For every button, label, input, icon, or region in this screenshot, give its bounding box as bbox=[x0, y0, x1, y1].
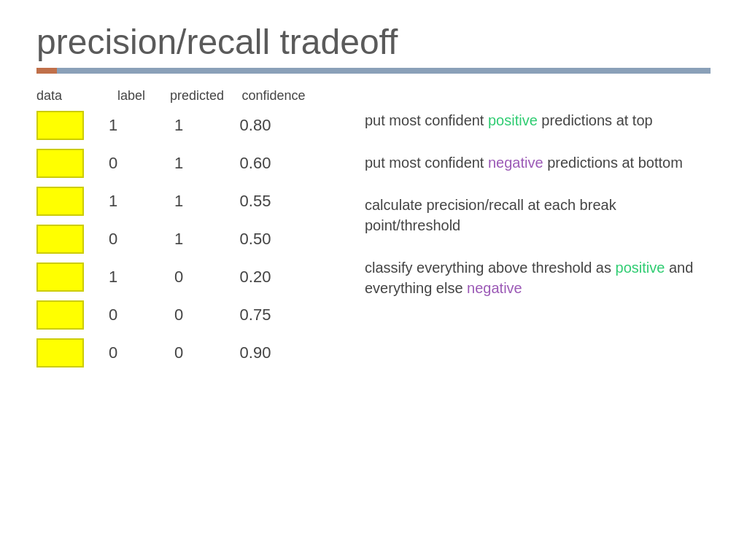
normal-text: predictions at top bbox=[538, 112, 653, 128]
normal-text: calculate precision/recall at each break… bbox=[365, 197, 616, 233]
cell-confidence: 0.20 bbox=[215, 268, 295, 287]
annotation-3: calculate precision/recall at each break… bbox=[365, 195, 711, 236]
table-row: 0 0 0.90 bbox=[36, 338, 343, 368]
table-row: 1 1 0.55 bbox=[36, 187, 343, 216]
cell-predicted: 0 bbox=[142, 306, 215, 324]
slide-title: precision/recall tradeoff bbox=[36, 22, 711, 68]
spacer bbox=[365, 249, 711, 257]
negative-text: negative bbox=[488, 155, 543, 171]
header-bar bbox=[36, 68, 711, 74]
cell-predicted: 1 bbox=[142, 154, 215, 173]
col-header-predicted: predicted bbox=[160, 88, 233, 104]
cell-predicted: 1 bbox=[142, 192, 215, 211]
cell-label: 0 bbox=[84, 343, 142, 362]
negative-text: negative bbox=[467, 280, 522, 296]
cell-confidence: 0.55 bbox=[215, 192, 295, 211]
cell-label: 0 bbox=[84, 230, 142, 249]
normal-text: put most confident bbox=[365, 112, 488, 128]
table-row: 0 1 0.60 bbox=[36, 149, 343, 178]
cell-confidence: 0.80 bbox=[215, 116, 295, 135]
table-row: 1 0 0.20 bbox=[36, 262, 343, 292]
column-headers: data label predicted confidence bbox=[36, 88, 343, 104]
annotation-1: put most confident positive predictions … bbox=[365, 110, 711, 131]
data-box bbox=[36, 111, 84, 140]
content-area: data label predicted confidence 1 1 0.80… bbox=[36, 88, 711, 376]
cell-predicted: 0 bbox=[142, 343, 215, 362]
cell-label: 1 bbox=[84, 268, 142, 287]
cell-confidence: 0.75 bbox=[215, 306, 295, 324]
spacer bbox=[365, 144, 711, 152]
normal-text: put most confident bbox=[365, 155, 488, 171]
positive-text: positive bbox=[616, 260, 665, 276]
col-header-label: label bbox=[102, 88, 160, 104]
cell-confidence: 0.60 bbox=[215, 154, 295, 173]
bar-blue bbox=[57, 68, 711, 74]
annotation-2: put most confident negative predictions … bbox=[365, 152, 711, 173]
right-section: put most confident positive predictions … bbox=[343, 88, 711, 376]
table-row: 0 1 0.50 bbox=[36, 225, 343, 254]
data-box bbox=[36, 300, 84, 330]
data-box bbox=[36, 149, 84, 178]
table-section: data label predicted confidence 1 1 0.80… bbox=[36, 88, 343, 376]
slide: precision/recall tradeoff data label pre… bbox=[0, 0, 747, 560]
col-header-data: data bbox=[36, 88, 102, 104]
table-rows: 1 1 0.80 0 1 0.60 1 1 0.55 0 1 0.50 1 0 … bbox=[36, 111, 343, 368]
normal-text: predictions at bottom bbox=[543, 155, 683, 171]
annotations-container: put most confident positive predictions … bbox=[365, 110, 711, 311]
col-header-confidence: confidence bbox=[233, 88, 314, 104]
data-box bbox=[36, 338, 84, 368]
table-row: 1 1 0.80 bbox=[36, 111, 343, 140]
cell-predicted: 1 bbox=[142, 116, 215, 135]
table-row: 0 0 0.75 bbox=[36, 300, 343, 330]
normal-text: classify everything above threshold as bbox=[365, 260, 616, 276]
spacer bbox=[365, 186, 711, 195]
cell-label: 1 bbox=[84, 116, 142, 135]
cell-predicted: 0 bbox=[142, 268, 215, 287]
data-box bbox=[36, 262, 84, 292]
cell-predicted: 1 bbox=[142, 230, 215, 249]
cell-confidence: 0.90 bbox=[215, 343, 295, 362]
annotation-4: classify everything above threshold as p… bbox=[365, 257, 711, 298]
bar-orange bbox=[36, 68, 57, 74]
data-box bbox=[36, 225, 84, 254]
data-box bbox=[36, 187, 84, 216]
cell-label: 1 bbox=[84, 192, 142, 211]
cell-label: 0 bbox=[84, 306, 142, 324]
positive-text: positive bbox=[488, 112, 538, 128]
cell-confidence: 0.50 bbox=[215, 230, 295, 249]
cell-label: 0 bbox=[84, 154, 142, 173]
